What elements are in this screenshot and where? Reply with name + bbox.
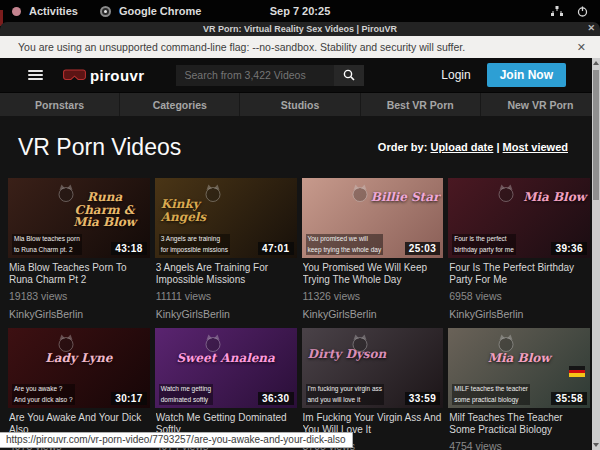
thumbnail-overlay-title: Lady Lyne [8, 352, 150, 365]
thumbnail-overlay-title: Mia Blow [448, 352, 590, 365]
scrollbar-down-arrow-icon[interactable] [592, 440, 600, 450]
search-icon [343, 69, 355, 81]
scrollbar-up-arrow-icon[interactable] [592, 58, 600, 68]
window-title: VR Porn: Virtual Reality Sex Videos | Pi… [203, 24, 397, 34]
thumbnail-caption: I'm fucking your virgin ass and you will… [306, 384, 385, 405]
video-thumbnail[interactable]: Billie Star You promised we will keep tr… [302, 178, 444, 258]
video-title[interactable]: Milf Teaches The Teacher Some Practical … [449, 412, 589, 435]
nav-item-new-vr[interactable]: New VR Porn [481, 93, 600, 116]
video-views: 4754 views [449, 440, 589, 450]
video-studio-link[interactable]: KinkyGirlsBerlin [449, 308, 589, 320]
video-duration-badge: 47:01 [258, 242, 294, 255]
video-views: 6958 views [449, 290, 589, 302]
video-title[interactable]: You Promised We Will Keep Trying The Who… [303, 262, 443, 285]
german-flag-icon [569, 366, 585, 377]
order-by-controls: Order by: Upload date | Most viewed [378, 141, 568, 153]
system-top-bar: Activities Google Chrome Sep 7 20:25 [0, 0, 600, 22]
video-thumbnail[interactable]: Runa Charm & Mia Blow Mia Blow teaches p… [8, 178, 150, 258]
video-title[interactable]: Mia Blow Teaches Porn To Runa Charm Pt 2 [9, 262, 149, 285]
video-thumbnail[interactable]: Sweet Analena Watch me getting dominated… [155, 328, 297, 408]
thumbnail-overlay-title: Kinky Angels [161, 198, 243, 223]
vr-goggles-icon [63, 69, 86, 81]
clock[interactable]: Sep 7 20:25 [0, 5, 600, 17]
thumbnail-caption: Are you awake ? And your dick also ? [12, 384, 75, 405]
video-duration-badge: 30:17 [111, 392, 147, 405]
status-url-tooltip: https://pirouvr.com/vr-porn-video/779325… [0, 432, 353, 448]
thumbnail-overlay-title: Dirty Dyson [308, 348, 387, 361]
nav-item-best-vr[interactable]: Best VR Porn [361, 93, 481, 116]
video-views: 19183 views [9, 290, 149, 302]
thumbnail-caption: MILF teaches the teacher some practical … [452, 384, 530, 405]
video-thumbnail[interactable]: Mia Blow Four is the perfect birthday pa… [448, 178, 590, 258]
search-input[interactable] [176, 65, 334, 86]
unsupported-flag-infobar: You are using an unsupported command-lin… [0, 36, 600, 58]
site-logo-text: pirouvr [90, 67, 144, 84]
video-card[interactable]: Mia Blow Four is the perfect birthday pa… [448, 178, 590, 320]
thumbnail-caption: You promised we will keep trying the who… [306, 234, 384, 255]
nav-item-studios[interactable]: Studios [240, 93, 360, 116]
page-title: VR Porn Videos [18, 134, 181, 161]
thumbnail-caption: Mia Blow teaches porn to Runa Charm pt. … [12, 234, 82, 255]
video-title[interactable]: Four Is The Perfect Birthday Party For M… [449, 262, 589, 285]
search-box [176, 65, 364, 86]
video-duration-badge: 36:30 [258, 392, 294, 405]
thumbnail-caption: 3 Angels are training for impossible mis… [159, 234, 230, 255]
video-grid: Runa Charm & Mia Blow Mia Blow teaches p… [0, 178, 600, 450]
video-thumbnail[interactable]: Lady Lyne Are you awake ? And your dick … [8, 328, 150, 408]
infobar-message: You are using an unsupported command-lin… [18, 41, 465, 53]
video-duration-badge: 35:58 [551, 392, 587, 405]
infobar-close-icon[interactable]: ✕ [577, 41, 586, 54]
video-duration-badge: 33:59 [405, 392, 441, 405]
thumbnail-caption: Watch me getting dominated softly [159, 384, 213, 405]
nav-item-pornstars[interactable]: Pornstars [0, 93, 120, 116]
page-heading-row: VR Porn Videos Order by: Upload date | M… [0, 116, 600, 178]
site-header: pirouvr Login Join Now [0, 58, 600, 92]
video-card[interactable]: Mia Blow MILF teaches the teacher some p… [448, 328, 590, 450]
video-views: 11326 views [303, 290, 443, 302]
video-thumbnail[interactable]: Dirty Dyson I'm fucking your virgin ass … [302, 328, 444, 408]
thumbnail-overlay-title: Runa Charm & Mia Blow [64, 191, 146, 229]
video-card[interactable]: Runa Charm & Mia Blow Mia Blow teaches p… [8, 178, 150, 320]
thumbnail-overlay-title: Sweet Analena [155, 352, 297, 365]
page-scrollbar[interactable] [592, 58, 600, 450]
search-button[interactable] [334, 65, 364, 86]
video-thumbnail[interactable]: Mia Blow MILF teaches the teacher some p… [448, 328, 590, 408]
order-upload-date-link[interactable]: Upload date [430, 141, 493, 153]
video-duration-badge: 25:03 [405, 242, 441, 255]
window-titlebar: VR Porn: Virtual Reality Sex Videos | Pi… [0, 22, 600, 36]
video-studio-link[interactable]: KinkyGirlsBerlin [9, 308, 149, 320]
thumbnail-caption: Four is the perfect birthday party for m… [452, 234, 516, 255]
video-studio-link[interactable]: KinkyGirlsBerlin [156, 308, 296, 320]
menu-hamburger-icon[interactable] [28, 70, 43, 80]
video-thumbnail[interactable]: Kinky Angels 3 Angels are training for i… [155, 178, 297, 258]
thumbnail-overlay-title: Mia Blow [523, 191, 586, 204]
page-content: pirouvr Login Join Now Pornstars Categor… [0, 58, 600, 450]
video-card[interactable]: Billie Star You promised we will keep tr… [302, 178, 444, 320]
order-by-label: Order by: [378, 141, 428, 153]
thumbnail-overlay-title: Billie Star [371, 191, 440, 204]
video-duration-badge: 43:18 [111, 242, 147, 255]
join-now-button[interactable]: Join Now [487, 63, 566, 87]
main-nav: Pornstars Categories Studios Best VR Por… [0, 92, 600, 116]
video-studio-link[interactable]: KinkyGirlsBerlin [303, 308, 443, 320]
video-views: 11111 views [156, 290, 296, 302]
login-link[interactable]: Login [441, 68, 470, 82]
studio-watermark-icon [350, 183, 370, 207]
video-card[interactable]: Kinky Angels 3 Angels are training for i… [155, 178, 297, 320]
site-logo[interactable]: pirouvr [63, 67, 144, 84]
network-icon[interactable] [551, 6, 563, 17]
scrollbar-thumb[interactable] [593, 70, 599, 200]
power-icon[interactable] [577, 6, 588, 17]
video-duration-badge: 39:36 [551, 242, 587, 255]
order-most-viewed-link[interactable]: Most viewed [503, 141, 568, 153]
order-separator: | [496, 141, 499, 153]
studio-watermark-icon [496, 183, 516, 207]
window-close-icon[interactable]: ✕ [587, 23, 595, 33]
video-title[interactable]: 3 Angels Are Training For Impossible Mis… [156, 262, 296, 285]
nav-item-categories[interactable]: Categories [120, 93, 240, 116]
